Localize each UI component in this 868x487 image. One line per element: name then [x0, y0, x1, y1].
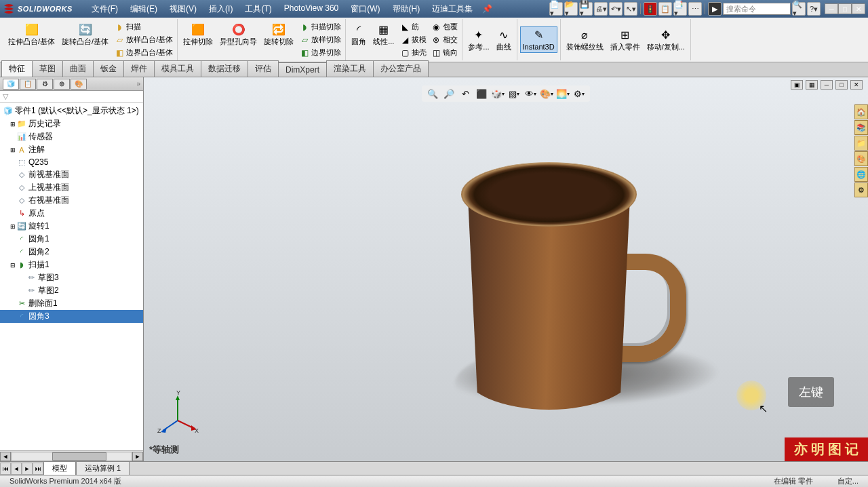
boundary-button[interactable]: ◧边界凸台/基体: [113, 47, 174, 59]
menu-file[interactable]: 文件(F): [86, 2, 123, 16]
tree-sensors[interactable]: 📊传感器: [0, 130, 143, 143]
propertymanager-tab-icon[interactable]: 📋: [20, 79, 36, 90]
status-custom[interactable]: 自定...: [832, 476, 864, 486]
3d-viewport[interactable]: ▣ ▦ ─ □ ✕ 🔍 🔎 ↶ ⬛ 🎲 ▧ 👁 🎨 🌅 ⚙ 🏠 📚 📁 🎨 🌐 …: [144, 77, 868, 461]
tree-origin[interactable]: ↳原点: [0, 207, 143, 220]
fillet-button[interactable]: ◜圆角: [349, 21, 369, 59]
section-view-icon[interactable]: ⬛: [475, 87, 488, 100]
zoom-area-icon[interactable]: 🔎: [442, 87, 456, 100]
vp-restore-icon[interactable]: ▣: [791, 80, 803, 90]
undo-icon[interactable]: ↶▾: [609, 2, 623, 16]
draft-button[interactable]: ◢拔模: [398, 34, 428, 46]
tree-right-plane[interactable]: ◇右视基准面: [0, 194, 143, 207]
sweep-button[interactable]: ◗扫描: [113, 21, 174, 33]
vp-close-icon[interactable]: ✕: [850, 80, 863, 90]
previous-view-icon[interactable]: ↶: [458, 87, 472, 100]
bt-first-icon[interactable]: ⏮: [0, 463, 11, 475]
tree-revolve1[interactable]: ⊞🔄旋转1: [0, 220, 143, 233]
open-icon[interactable]: 📂▾: [564, 2, 578, 16]
curves-button[interactable]: ∿曲线: [494, 26, 514, 53]
linear-pattern-button[interactable]: ▦线性...: [370, 21, 397, 59]
more-icon[interactable]: ⋯: [688, 2, 702, 16]
tree-deleteface1[interactable]: ✂删除面1: [0, 297, 143, 310]
cut-boundary-button[interactable]: ◧边界切除: [298, 47, 342, 59]
rebuild-icon[interactable]: 🚦: [644, 2, 657, 16]
tab-surfaces[interactable]: 曲面: [62, 60, 94, 77]
settings-icon[interactable]: 📑▾: [673, 2, 687, 16]
menu-tools[interactable]: 工具(T): [239, 2, 277, 16]
tab-datamigration[interactable]: 数据迁移: [201, 60, 248, 77]
tab-evaluate[interactable]: 评估: [248, 60, 279, 77]
bottom-tab-motion1[interactable]: 运动算例 1: [76, 461, 130, 475]
tree-part-root[interactable]: 🧊零件1 (默认<<默认>_显示状态 1>): [0, 104, 143, 117]
menu-photoview[interactable]: PhotoView 360: [279, 2, 344, 16]
mirror-button[interactable]: ◫镜向: [429, 47, 459, 59]
revolve-boss-button[interactable]: 🔄旋转凸台/基体: [59, 21, 111, 59]
scroll-right-button[interactable]: ►: [132, 452, 143, 461]
tab-sketch[interactable]: 草图: [32, 60, 63, 77]
menu-midi[interactable]: 迈迪工具集: [427, 2, 478, 16]
scroll-track[interactable]: [11, 452, 132, 461]
scroll-thumb[interactable]: [52, 452, 106, 461]
vp-maximize-icon[interactable]: □: [835, 80, 848, 90]
menu-insert[interactable]: 插入(I): [203, 2, 238, 16]
instant3d-button[interactable]: ✎Instant3D: [520, 26, 557, 53]
vp-tile-icon[interactable]: ▦: [806, 80, 818, 90]
pin-icon[interactable]: 📌: [482, 4, 492, 14]
search-input[interactable]: 搜索命令: [723, 3, 791, 15]
bt-next-icon[interactable]: ►: [22, 463, 33, 475]
tree-sketch2[interactable]: ✏草图2: [0, 284, 143, 297]
save-icon[interactable]: 💾▾: [579, 2, 593, 16]
vp-minimize-icon[interactable]: ─: [821, 80, 833, 90]
bt-prev-icon[interactable]: ◄: [11, 463, 22, 475]
configmanager-tab-icon[interactable]: ⚙: [37, 79, 53, 90]
tree-fillet3[interactable]: ◜圆角3: [0, 310, 143, 323]
menu-edit[interactable]: 编辑(E): [125, 2, 163, 16]
hide-show-icon[interactable]: 👁: [524, 87, 537, 100]
tree-front-plane[interactable]: ◇前视基准面: [0, 168, 143, 181]
tab-dimxpert[interactable]: DimXpert: [278, 62, 327, 77]
view-orientation-icon[interactable]: 🎲: [491, 87, 505, 100]
display-style-icon[interactable]: ▧: [507, 87, 521, 100]
taskpane-custom-icon[interactable]: ⚙: [854, 182, 868, 197]
screen-icon[interactable]: ▶: [708, 2, 722, 16]
panel-expand-icon[interactable]: »: [136, 80, 140, 87]
new-doc-icon[interactable]: 📄▾: [549, 2, 563, 16]
hole-wizard-button[interactable]: ⭕异型孔向导: [217, 21, 260, 59]
view-settings-icon[interactable]: ⚙: [572, 87, 586, 100]
zoom-fit-icon[interactable]: 🔍: [426, 87, 439, 100]
search-icon[interactable]: 🔍▾: [792, 2, 806, 16]
move-copy-button[interactable]: ✥移动/复制...: [644, 26, 688, 53]
cut-loft-button[interactable]: ▱放样切除: [298, 34, 342, 46]
intersect-button[interactable]: ⊗相交: [429, 34, 459, 46]
cut-sweep-button[interactable]: ◗扫描切除: [298, 21, 342, 33]
shell-button[interactable]: ▢抽壳: [398, 47, 428, 59]
tree-annotations[interactable]: ⊞A注解: [0, 143, 143, 156]
tab-features[interactable]: 特征: [1, 60, 33, 77]
tab-weldments[interactable]: 焊件: [123, 60, 155, 77]
tree-hscrollbar[interactable]: ◄ ►: [0, 450, 143, 461]
extrude-boss-button[interactable]: 🟨拉伸凸台/基体: [5, 21, 58, 59]
cut-revolve-button[interactable]: 🔁旋转切除: [261, 21, 296, 59]
scene-icon[interactable]: 🌅: [556, 87, 570, 100]
tree-top-plane[interactable]: ◇上视基准面: [0, 181, 143, 194]
triad[interactable]: Y X Z: [157, 393, 198, 434]
tab-office[interactable]: 办公室产品: [373, 60, 429, 77]
tree-fillet1[interactable]: ◜圆角1: [0, 233, 143, 246]
loft-button[interactable]: ▱放样凸台/基体: [113, 34, 174, 46]
scroll-left-button[interactable]: ◄: [0, 452, 11, 461]
tab-sheetmetal[interactable]: 钣金: [93, 60, 124, 77]
menu-help[interactable]: 帮助(H): [387, 2, 426, 16]
taskpane-palette-icon[interactable]: 🎨: [854, 151, 868, 166]
maximize-button[interactable]: □: [838, 3, 852, 14]
taskpane-resources-icon[interactable]: 🏠: [854, 104, 868, 119]
tree-history[interactable]: ⊞📁历史记录: [0, 117, 143, 130]
options-icon[interactable]: 📋: [658, 2, 672, 16]
tree-sketch3[interactable]: ✏草图3: [0, 271, 143, 284]
cut-extrude-button[interactable]: 🟧拉伸切除: [180, 21, 216, 59]
bottom-tab-model[interactable]: 模型: [43, 461, 76, 475]
help-icon[interactable]: ?▾: [807, 2, 821, 16]
tree-fillet2[interactable]: ◜圆角2: [0, 246, 143, 258]
display-tab-icon[interactable]: 🎨: [71, 79, 87, 90]
taskpane-appearance-icon[interactable]: 🌐: [854, 167, 868, 182]
